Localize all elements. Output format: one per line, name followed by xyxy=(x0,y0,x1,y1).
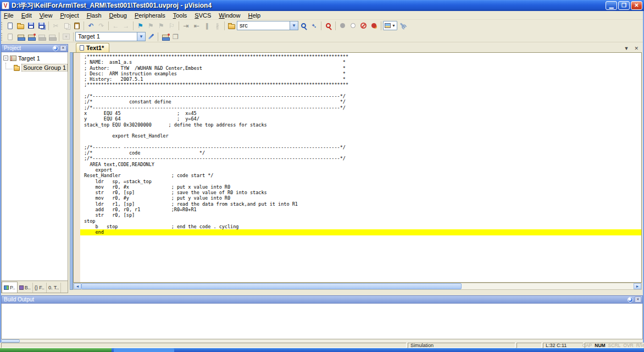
menu-item-debug[interactable]: Debug xyxy=(106,12,131,19)
build-output-content[interactable] xyxy=(1,304,643,339)
menu-item-peripherals[interactable]: Peripherals xyxy=(131,12,169,19)
download-icon[interactable]: ▼ xyxy=(61,32,71,42)
code-line[interactable]: ; NAME: asm1_a.s * xyxy=(80,59,641,65)
code-lines[interactable]: ;***************************************… xyxy=(80,53,641,282)
target-select-value[interactable]: Target 1 xyxy=(76,32,137,41)
toggle-breakpoint-icon[interactable] xyxy=(337,21,348,31)
file-search-combobox[interactable]: src ▼ xyxy=(237,21,298,30)
tab-templates[interactable]: 0. T.. xyxy=(47,283,61,293)
target-combo-dropdown-icon[interactable]: ▼ xyxy=(137,32,145,41)
tab-functions[interactable]: {} F.. xyxy=(33,283,47,293)
scroll-right-icon[interactable]: ► xyxy=(634,283,641,289)
enable-breakpoint-icon[interactable] xyxy=(348,21,358,31)
code-line[interactable]: str r0, [sp] xyxy=(80,212,641,218)
window-select-button[interactable]: ▼ xyxy=(383,21,397,30)
restore-button[interactable]: ❐ xyxy=(618,1,630,10)
cut-icon[interactable]: ✂ xyxy=(51,21,61,31)
translate-file-icon[interactable] xyxy=(5,32,15,42)
uncomment-icon[interactable]: ∦ xyxy=(212,21,223,31)
editor-gutter[interactable] xyxy=(74,53,80,282)
code-line[interactable]: add r0, r0, r1 ;R0=R0+R1 xyxy=(80,207,641,212)
menu-item-file[interactable]: File xyxy=(0,12,18,19)
comment-icon[interactable]: ∥ xyxy=(202,21,212,31)
code-line[interactable]: export Reset_Handler xyxy=(80,133,641,139)
paste-icon[interactable] xyxy=(71,21,82,31)
code-line[interactable]: ;/*-------------------------------------… xyxy=(80,94,641,99)
autohide-pin-icon[interactable] xyxy=(53,46,58,51)
scroll-thumb[interactable] xyxy=(81,283,462,289)
file-extensions-icon[interactable]: ❐ xyxy=(170,32,181,42)
source-group-label[interactable]: Source Group 1 xyxy=(21,64,68,72)
menu-item-project[interactable]: Project xyxy=(56,12,82,19)
open-src-folder-icon[interactable] xyxy=(226,21,237,31)
menu-item-view[interactable]: View xyxy=(36,12,57,19)
code-line[interactable]: b stop ; end the code . cycling xyxy=(80,224,641,229)
prev-bookmark-icon[interactable]: ⚑ xyxy=(156,21,166,31)
undo-icon[interactable]: ↶ xyxy=(86,21,96,31)
close-button[interactable]: ✕ xyxy=(631,1,642,10)
menu-item-help[interactable]: Help xyxy=(244,12,264,19)
tree-item-target[interactable]: − Target 1 xyxy=(2,54,68,62)
clear-bookmarks-icon[interactable]: ⚐ xyxy=(166,21,177,31)
menu-item-edit[interactable]: Edit xyxy=(18,12,36,19)
close-document-icon[interactable]: ✕ xyxy=(634,46,639,51)
configure-icon[interactable] xyxy=(397,21,408,31)
code-line[interactable]: ;/*---------- --------------------------… xyxy=(80,145,641,150)
window-select-dropdown-icon[interactable]: ▼ xyxy=(392,24,396,28)
code-line[interactable]: ;***************************************… xyxy=(80,54,641,59)
code-line[interactable]: export xyxy=(80,167,641,173)
redo-icon[interactable]: ↷ xyxy=(96,21,107,31)
code-line[interactable]: ; Desc: ARM instruction examples * xyxy=(80,71,641,76)
code-line[interactable]: ; Author: TYW /WUHAN R&D Center,Embest * xyxy=(80,65,641,71)
incremental-find-icon[interactable]: ➴ xyxy=(309,21,319,31)
target-options-icon[interactable] xyxy=(146,32,156,42)
build-output-pin-icon[interactable] xyxy=(628,297,633,302)
outdent-icon[interactable]: ⇤ xyxy=(191,21,202,31)
code-line[interactable]: ldr r1, [sp] ; read the data from stack,… xyxy=(80,201,641,207)
editor-horizontal-scrollbar[interactable]: ◄ ► xyxy=(73,283,642,290)
kill-all-breakpoints-icon[interactable] xyxy=(369,21,379,31)
project-panel-close-icon[interactable]: × xyxy=(60,45,66,51)
save-all-icon[interactable] xyxy=(36,21,47,31)
next-bookmark-icon[interactable]: ⚑ xyxy=(146,21,156,31)
start-button[interactable] xyxy=(0,348,112,352)
code-line[interactable]: mov r0, #x ; put x value into R0 xyxy=(80,184,641,190)
tab-list-dropdown-icon[interactable]: ▼ xyxy=(624,46,629,51)
file-search-value[interactable]: src xyxy=(237,21,290,30)
build-output-header[interactable]: Build Output × xyxy=(1,295,643,304)
indent-icon[interactable]: ⇥ xyxy=(181,21,191,31)
target-select-combobox[interactable]: Target 1 ▼ xyxy=(75,32,146,41)
disable-all-breakpoints-icon[interactable] xyxy=(358,21,369,31)
build-target-icon[interactable] xyxy=(15,32,26,42)
code-line[interactable]: Reset_Handler ; code start */ xyxy=(80,173,641,178)
toolbar-grip-2[interactable] xyxy=(1,33,3,41)
project-panel-header[interactable]: Project × xyxy=(1,44,68,52)
code-line[interactable]: x EQU 45 ; x=45 xyxy=(80,111,641,116)
code-line[interactable]: stack_top EQU 0x30200000 ; define the to… xyxy=(80,122,641,128)
code-line[interactable]: ;***************************************… xyxy=(80,82,641,87)
taskbar-window-button[interactable] xyxy=(114,348,174,352)
tab-books[interactable]: B.. xyxy=(18,283,33,293)
build-output-close-icon[interactable]: × xyxy=(635,296,641,302)
code-line[interactable]: ldr sp, =stack_top xyxy=(80,179,641,184)
code-line[interactable]: ;/* code */ xyxy=(80,150,641,156)
find-icon[interactable] xyxy=(323,21,334,31)
code-line[interactable]: ;/*-------------------------------------… xyxy=(80,156,641,161)
windows-taskbar[interactable] xyxy=(0,348,644,352)
menu-item-svcs[interactable]: SVCS xyxy=(191,12,215,19)
menu-item-flash[interactable]: Flash xyxy=(83,12,106,19)
scroll-left-icon[interactable]: ◄ xyxy=(74,283,81,289)
collapse-expander-icon[interactable]: − xyxy=(3,56,8,61)
find-in-files-icon[interactable] xyxy=(298,21,309,31)
target-label[interactable]: Target 1 xyxy=(18,55,40,62)
combo-dropdown-icon[interactable]: ▼ xyxy=(290,21,298,30)
code-line[interactable]: ;/* constant define */ xyxy=(80,99,641,105)
code-line[interactable]: stop xyxy=(80,218,641,224)
rebuild-all-icon[interactable] xyxy=(26,32,36,42)
minimize-button[interactable]: ▁ xyxy=(606,1,617,10)
code-line-highlighted[interactable]: end xyxy=(80,229,641,235)
batch-build-icon[interactable] xyxy=(36,32,47,42)
code-line[interactable]: y EQU 64 ; y=64/ xyxy=(80,116,641,122)
menu-item-window[interactable]: Window xyxy=(215,12,244,19)
open-file-icon[interactable] xyxy=(15,21,26,31)
